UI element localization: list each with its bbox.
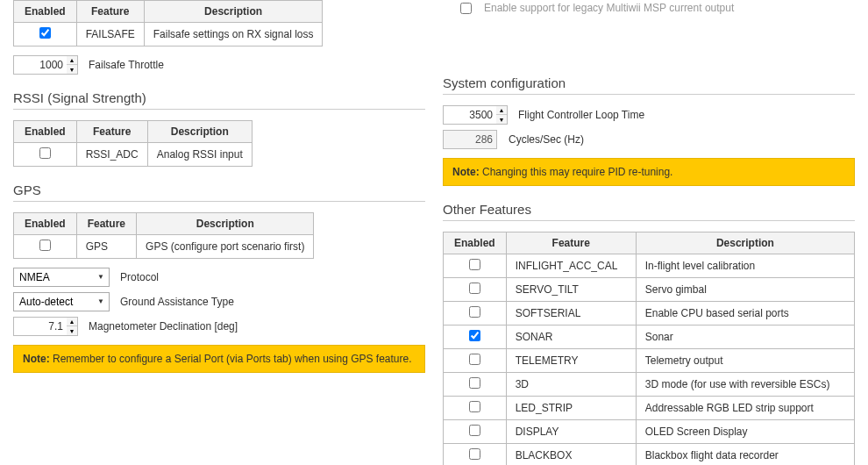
col-enabled: Enabled [14,213,77,235]
gps-protocol-select[interactable]: NMEA [13,268,110,287]
system-title: System configuration [443,75,855,95]
col-description: Description [137,213,314,235]
table-row: GPS GPS (configure port scenario first) [14,235,314,259]
feature-toggle[interactable] [469,401,480,412]
feature-toggle[interactable] [469,354,480,365]
col-feature: Feature [506,232,636,254]
feature-toggle[interactable] [469,425,480,436]
other-title: Other Features [443,202,855,221]
failsafe-throttle-spinner[interactable]: ▲▼ [67,55,78,75]
feature-name: SOFTSERIAL [506,302,636,326]
feature-desc: Sonar [636,326,854,349]
col-feature: Feature [76,121,147,143]
rssi-table: Enabled Feature Description RSSI_ADC Ana… [13,120,253,167]
gps-table: Enabled Feature Description GPS GPS (con… [13,212,314,259]
feature-toggle[interactable] [469,330,480,341]
loop-time-spinner[interactable]: ▲▼ [496,105,508,125]
feature-name: 3D [506,373,636,397]
rssi-title: RSSI (Signal Strength) [13,90,425,110]
feature-desc: Failsafe settings on RX signal loss [144,23,323,46]
col-feature: Feature [76,1,144,23]
table-row: LED_STRIPAddressable RGB LED strip suppo… [444,397,855,420]
gps-mag-label: Magnetometer Declination [deg] [89,320,238,333]
feature-desc: OLED Screen Display [636,420,854,444]
gps-toggle[interactable] [39,240,51,251]
feature-desc: Telemetry output [636,349,854,373]
feature-desc: Blackbox flight data recorder [636,444,854,466]
feature-desc: Servo gimbal [636,278,854,302]
table-row: SERVO_TILTServo gimbal [444,278,855,302]
table-row: FAILSAFE Failsafe settings on RX signal … [14,23,323,46]
feature-toggle[interactable] [469,306,480,318]
other-features-table: Enabled Feature Description INFLIGHT_ACC… [443,232,855,465]
gps-mag-input[interactable] [13,317,68,336]
col-enabled: Enabled [444,232,507,254]
system-note: Note: Changing this may require PID re-t… [443,158,855,186]
gps-note: Note: Remember to configure a Serial Por… [13,345,425,373]
col-description: Description [636,232,854,254]
feature-name: SERVO_TILT [506,278,636,302]
table-row: INFLIGHT_ACC_CALIn-flight level calibrat… [444,254,855,278]
feature-name: RSSI_ADC [76,143,147,167]
gps-protocol-label: Protocol [120,271,159,283]
table-row: SOFTSERIALEnable CPU based serial ports [444,302,855,326]
table-row: SONARSonar [444,326,855,349]
table-row: RSSI_ADC Analog RSSI input [14,143,253,167]
legacy-msp-label: Enable support for legacy Multiwii MSP c… [484,2,734,14]
table-row: TELEMETRYTelemetry output [444,349,855,373]
feature-name: LED_STRIP [506,397,636,420]
failsafe-table: Enabled Feature Description FAILSAFE Fai… [13,0,323,46]
feature-toggle[interactable] [469,377,480,389]
feature-name: SONAR [506,326,636,349]
cycles-value: 286 [443,130,497,149]
feature-name: TELEMETRY [506,349,636,373]
feature-desc: Addressable RGB LED strip support [636,397,854,420]
gps-ground-select[interactable]: Auto-detect [13,292,110,311]
table-row: DISPLAYOLED Screen Display [444,420,855,444]
gps-ground-label: Ground Assistance Type [120,296,234,308]
gps-title: GPS [13,182,425,202]
table-row: 3D3D mode (for use with reversible ESCs) [444,373,855,397]
feature-name: GPS [76,235,136,259]
col-description: Description [144,1,323,23]
feature-name: DISPLAY [506,420,636,444]
feature-name: BLACKBOX [506,444,636,466]
col-enabled: Enabled [14,1,77,23]
cycles-label: Cycles/Sec (Hz) [509,133,584,146]
feature-name: FAILSAFE [76,23,144,46]
feature-name: INFLIGHT_ACC_CAL [506,254,636,278]
col-feature: Feature [76,213,136,235]
legacy-msp-row: Enable support for legacy Multiwii MSP c… [443,0,855,14]
feature-desc: In-flight level calibration [636,254,854,278]
feature-toggle[interactable] [469,259,480,270]
col-enabled: Enabled [14,121,77,143]
loop-time-label: Flight Controller Loop Time [518,109,644,121]
feature-desc: Enable CPU based serial ports [636,302,854,326]
feature-toggle[interactable] [469,448,480,460]
col-description: Description [147,121,252,143]
rssi-toggle[interactable] [39,147,51,159]
loop-time-input[interactable] [443,105,497,125]
feature-desc: GPS (configure port scenario first) [137,235,314,259]
failsafe-throttle-input[interactable] [13,55,68,75]
failsafe-toggle[interactable] [39,27,51,39]
failsafe-throttle-label: Failsafe Throttle [89,59,164,71]
feature-toggle[interactable] [469,283,480,294]
legacy-msp-toggle[interactable] [460,3,472,14]
feature-desc: Analog RSSI input [147,143,252,167]
table-row: BLACKBOXBlackbox flight data recorder [444,444,855,466]
gps-mag-spinner[interactable]: ▲▼ [67,317,78,336]
feature-desc: 3D mode (for use with reversible ESCs) [636,373,854,397]
